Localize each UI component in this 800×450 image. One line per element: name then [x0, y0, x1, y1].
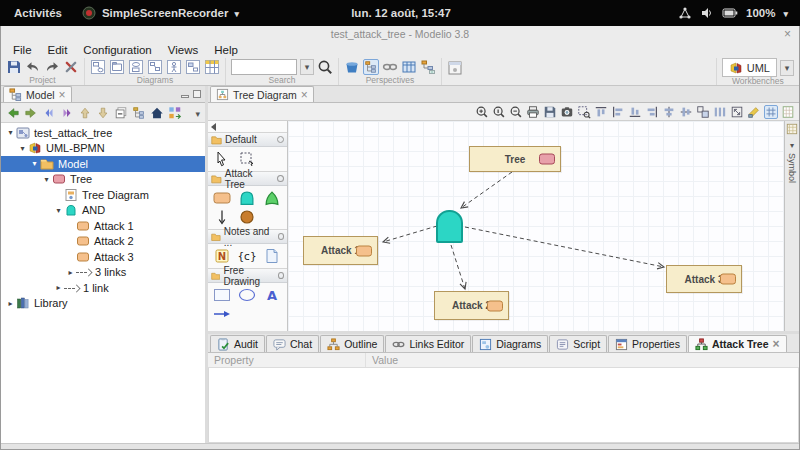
- save-icon[interactable]: [6, 59, 22, 75]
- ellipse-tool-icon[interactable]: [238, 287, 256, 303]
- model-edit-perspective-icon[interactable]: [420, 59, 436, 75]
- menu-views[interactable]: Views: [160, 44, 206, 56]
- expander-icon[interactable]: [5, 128, 16, 137]
- bucket-icon[interactable]: [344, 59, 360, 75]
- attack-node-tool-icon[interactable]: [213, 190, 231, 206]
- column-value[interactable]: Value: [366, 354, 398, 366]
- expander-icon[interactable]: [29, 159, 40, 168]
- activities-button[interactable]: Activités: [14, 7, 62, 19]
- grid-visible-icon[interactable]: [764, 105, 778, 119]
- palette-section-notes[interactable]: Notes and ...: [208, 229, 287, 244]
- operator-tool-icon[interactable]: [238, 209, 256, 225]
- maximize-icon[interactable]: [193, 90, 201, 98]
- expander-icon[interactable]: [53, 283, 64, 292]
- workbench-dropdown-button[interactable]: [780, 60, 794, 76]
- link-tool-icon[interactable]: [213, 209, 231, 225]
- fit-page-icon[interactable]: [730, 105, 744, 119]
- tree-item-attack1[interactable]: Attack 1: [1, 218, 205, 234]
- tab-attack-tree[interactable]: Attack Tree: [688, 335, 787, 352]
- select-tool-icon[interactable]: [213, 151, 231, 167]
- view-menu-chevron-icon[interactable]: [195, 107, 200, 119]
- tab-outline[interactable]: Outline: [320, 335, 384, 352]
- clock[interactable]: lun. 12 août, 15:47: [351, 7, 451, 19]
- menu-configuration[interactable]: Configuration: [75, 44, 159, 56]
- matrix-icon[interactable]: [204, 59, 220, 75]
- window-close-icon[interactable]: [784, 27, 791, 41]
- and-node-tool-icon[interactable]: [238, 190, 256, 206]
- node-attack3[interactable]: Attack 3: [666, 265, 742, 293]
- menu-edit[interactable]: Edit: [40, 44, 76, 56]
- system-menu-chevron-icon[interactable]: [783, 7, 788, 19]
- menu-file[interactable]: File: [5, 44, 40, 56]
- zoom-out-icon[interactable]: [509, 105, 523, 119]
- tree-item-attack3[interactable]: Attack 3: [1, 249, 205, 265]
- property-table-body[interactable]: [208, 368, 799, 443]
- nav-back-icon[interactable]: [6, 106, 20, 120]
- package-diagram-icon[interactable]: [109, 59, 125, 75]
- workbench-selector[interactable]: UML: [722, 58, 777, 77]
- tab-chat[interactable]: Chat: [266, 335, 319, 352]
- collapse-all-icon[interactable]: [114, 106, 128, 120]
- expander-icon[interactable]: [41, 175, 52, 184]
- links-perspective-icon[interactable]: [382, 59, 398, 75]
- expand-icon[interactable]: [790, 138, 794, 150]
- minimize-icon[interactable]: [181, 95, 189, 98]
- filter-config-icon[interactable]: [168, 106, 182, 120]
- move-down-icon[interactable]: [96, 106, 110, 120]
- align-left-icon[interactable]: [611, 105, 625, 119]
- flat-view-icon[interactable]: [132, 106, 146, 120]
- tree-item-library[interactable]: Library: [1, 296, 205, 312]
- tree-item-and[interactable]: AND: [1, 203, 205, 219]
- related-next-icon[interactable]: [60, 106, 74, 120]
- tree-item-tree[interactable]: Tree: [1, 172, 205, 188]
- node-attack2[interactable]: Attack 2: [434, 291, 509, 320]
- expander-icon[interactable]: [53, 206, 64, 215]
- palette-section-default[interactable]: Default: [208, 132, 287, 147]
- nav-forward-icon[interactable]: [24, 106, 38, 120]
- save-diagram-icon[interactable]: [543, 105, 557, 119]
- distribute-icon[interactable]: [713, 105, 727, 119]
- move-up-icon[interactable]: [78, 106, 92, 120]
- palette-section-free-drawing[interactable]: Free Drawing: [208, 268, 287, 283]
- tab-properties[interactable]: Properties: [608, 335, 687, 352]
- deployment-diagram-icon[interactable]: [185, 59, 201, 75]
- app-indicator[interactable]: SimpleScreenRecorder: [82, 6, 239, 20]
- pin-icon[interactable]: [278, 272, 284, 279]
- marquee-tool-icon[interactable]: [238, 151, 256, 167]
- undo-icon[interactable]: [25, 59, 41, 75]
- zoom-area-icon[interactable]: [577, 105, 591, 119]
- volume-icon[interactable]: [700, 6, 714, 20]
- tree-item-uml-bpmn[interactable]: UML-BPMN: [1, 141, 205, 157]
- menu-help[interactable]: Help: [206, 44, 246, 56]
- tab-diagrams[interactable]: Diagrams: [472, 335, 548, 352]
- same-size-icon[interactable]: [696, 105, 710, 119]
- redo-icon[interactable]: [44, 59, 60, 75]
- tab-close-icon[interactable]: [773, 337, 780, 351]
- node-tree[interactable]: Tree: [469, 146, 561, 172]
- titlebar[interactable]: test_attack_tree - Modelio 3.8: [1, 26, 799, 42]
- model-explorer-perspective-icon[interactable]: [363, 59, 379, 75]
- home-icon[interactable]: [150, 106, 164, 120]
- window-layout-icon[interactable]: [447, 60, 463, 76]
- align-top-icon[interactable]: [594, 105, 608, 119]
- zoom-original-icon[interactable]: [492, 105, 506, 119]
- expander-icon[interactable]: [65, 268, 76, 277]
- page-layout-icon[interactable]: [781, 105, 795, 119]
- tree-item-1-link[interactable]: 1 link: [1, 280, 205, 296]
- class-diagram-icon[interactable]: [90, 59, 106, 75]
- tools-icon[interactable]: [63, 59, 79, 75]
- pin-icon[interactable]: [277, 175, 284, 182]
- center-vertical-icon[interactable]: [662, 105, 676, 119]
- rectangle-tool-icon[interactable]: [213, 287, 231, 303]
- text-tool-icon[interactable]: A: [263, 287, 281, 303]
- tree-item-tree-diagram[interactable]: Tree Diagram: [1, 187, 205, 203]
- format-painter-icon[interactable]: [747, 105, 761, 119]
- node-and-operator[interactable]: [436, 210, 463, 243]
- tree-item-attack2[interactable]: Attack 2: [1, 234, 205, 250]
- palette-collapse-button[interactable]: [208, 121, 287, 132]
- print-icon[interactable]: [526, 105, 540, 119]
- tab-close-icon[interactable]: [59, 88, 66, 102]
- align-right-icon[interactable]: [645, 105, 659, 119]
- tree-item-model[interactable]: Model: [1, 156, 205, 172]
- tab-model[interactable]: Model: [3, 86, 72, 102]
